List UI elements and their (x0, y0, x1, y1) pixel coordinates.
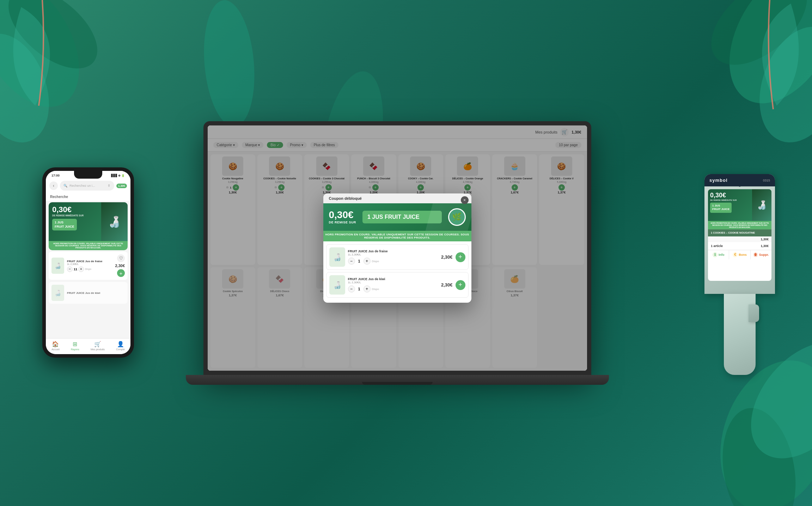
coupon-product-name: 1 JUS FRUIT JUICE (362, 211, 441, 223)
phone-increase-qty[interactable]: + (78, 266, 84, 272)
decrease-qty-btn[interactable]: − (348, 285, 355, 292)
phone-coupon-promo-text: HORS PROMOTION EN COURS. VALABLE UNIQUEM… (49, 241, 128, 250)
scanner-coupon-product-image: 🍶 (752, 189, 771, 221)
phone-coupon-product-image: 🍶 (101, 202, 128, 241)
scanner-brand: symbol (709, 178, 728, 183)
phone-search-bar[interactable]: 🔍 Recherchez un i... 🎙 (60, 181, 114, 191)
scanner-screen: 0,30€ DE REMISE IMMÉDIATE SUR 1 JUSFRUIT… (708, 189, 771, 281)
coupon-product-image: 🍶 (329, 275, 345, 295)
increase-qty-btn[interactable]: + (364, 258, 371, 265)
scanner-product-price: 1,30€ (708, 236, 771, 242)
scanner-bottom-buttons: ℹ Info € Bons 🗑 Suppr. (708, 250, 771, 259)
phone-back-button[interactable]: ‹ (49, 181, 58, 190)
coupon-product-name: FRUIT JUICE Jus de kiwi (348, 277, 438, 281)
scanner-info-label: Info (719, 253, 725, 257)
coupon-product-actions: − 1 + Dispo (348, 285, 438, 292)
phone-nav-products[interactable]: 🛒 Mes produits (91, 341, 105, 351)
phone-nav-accueil[interactable]: 🏠 Accueil (51, 341, 60, 351)
phone-product-image: 🍶 (51, 258, 64, 274)
phone-nav-label: Accueil (51, 348, 60, 351)
phone-notch (74, 171, 102, 179)
coupon-modal: × Coupon débloqué 0,30€ DE REMISE SUR 1 … (323, 193, 471, 303)
coupon-product-price: 2,30€ (441, 282, 453, 288)
coupon-promo-text: HORS PROMOTION EN COURS. VALABLE UNIQUEM… (323, 231, 471, 241)
phone-dispo: Dispo (85, 268, 91, 270)
phone-product-list: 🍶 FRUIT JUICE Jus de fraise 1L 2,30€/L −… (46, 250, 130, 338)
phone-coupon-banner: 0,30€ DE REMISE IMMÉDIATE SUR 1 JUSFRUIT… (49, 202, 128, 250)
coupon-product-image: 🍶 (329, 247, 345, 267)
coupon-products-list: 🍶 FRUIT JUICE Jus de fraise 1L 2,30€/L −… (323, 241, 471, 303)
phone-time: 17:00 (51, 174, 60, 177)
product-availability: Dispo (372, 260, 379, 263)
phone-favorite-btn[interactable]: ♡ (117, 254, 125, 262)
modal-title: Coupon débloqué (323, 193, 471, 203)
phone-cart-badge: 1,30€ (116, 184, 127, 188)
phone-product-actions: − 11 + Dispo (67, 266, 112, 272)
scanner-coupon-de-remise: DE REMISE IMMÉDIATE SUR (710, 199, 750, 201)
microphone-icon: 🎙 (108, 184, 111, 187)
scanner-coupon-product-tag: 1 JUSFRUIT JUICE (710, 203, 732, 213)
phone-product-right: ♡ 2,30€ + (115, 254, 125, 277)
coupon-banner: 0,30€ DE REMISE SUR 1 JUS FRUIT JUICE 🌿 (323, 203, 471, 231)
coupon-product-icon: 🌿 (448, 208, 466, 226)
increase-qty-btn[interactable]: + (364, 285, 371, 292)
phone-coupon-price: 0,30€ (52, 206, 98, 214)
product-qty: 1 (356, 259, 362, 263)
phone-qty-val: 11 (74, 267, 77, 271)
scanner-coupon-left: 0,30€ DE REMISE IMMÉDIATE SUR 1 JUSFRUIT… (708, 189, 752, 216)
modal-overlay: × Coupon débloqué 0,30€ DE REMISE SUR 1 … (208, 125, 587, 371)
phone-bottom-nav: 🏠 Accueil ⊞ Rayons 🛒 Mes produits 👤 Comp… (46, 338, 130, 354)
add-to-cart-btn[interactable]: + (456, 252, 465, 262)
account-icon: 👤 (117, 341, 124, 347)
phone-coupon-de-remise: DE REMISE IMMÉDIATE SUR (52, 214, 98, 217)
phone-nav-rayons[interactable]: ⊞ Rayons (71, 341, 79, 351)
phone-cart-indicator[interactable]: 1,30€ (116, 184, 127, 188)
decrease-qty-btn[interactable]: − (348, 258, 355, 265)
delete-icon: 🗑 (753, 252, 758, 257)
phone-section-title: Recherche (46, 193, 130, 201)
scanner-summary-row: 1 article 1,30€ (711, 244, 769, 248)
scanner-info-button[interactable]: ℹ Info (708, 250, 729, 259)
phone-product-price: 2,30€ (115, 264, 125, 268)
phone-nav-label: Compte (116, 348, 125, 351)
coupon-price-label: DE REMISE SUR (329, 221, 356, 224)
phone-product-image: 🍶 (51, 285, 64, 301)
phone-nav-compte[interactable]: 👤 Compte (116, 341, 125, 351)
scanner-model: 0315 (763, 179, 770, 182)
scanner-coupon-price: 0,30€ (710, 192, 750, 198)
add-to-cart-btn[interactable]: + (456, 280, 465, 290)
phone-add-to-cart-btn[interactable]: + (117, 269, 125, 277)
coupon-product-row: 🍶 FRUIT JUICE Jus de fraise 1L 2,30€/L −… (326, 244, 469, 270)
coupon-product-name: FRUIT JUICE Jus de fraise (348, 249, 438, 253)
phone-product-name: FRUIT JUICE Jus de kiwi (67, 291, 125, 295)
coupon-price: 0,30€ (329, 210, 356, 220)
scanner-article-count: 1 article (711, 244, 723, 248)
coupon-product-info: FRUIT JUICE Jus de fraise 1L 2,30€/L − 1… (348, 249, 438, 265)
scanner-trigger[interactable] (749, 304, 759, 322)
scanner-total: 1,30€ (761, 244, 769, 248)
phone-product-item: 🍶 FRUIT JUICE Jus de fraise 1L 2,30€/L −… (49, 252, 128, 280)
phone-coupon-left: 0,30€ DE REMISE IMMÉDIATE SUR 1 JUSFRUIT… (49, 202, 101, 241)
phone-decrease-qty[interactable]: − (67, 266, 73, 272)
product-availability: Dispo (372, 288, 379, 291)
product-qty: 1 (356, 287, 362, 291)
scanner-coupon-banner: 0,30€ DE REMISE IMMÉDIATE SUR 1 JUSFRUIT… (708, 189, 771, 221)
laptop-device: Mes produits 🛒 1,30€ Catégorie ▾ Marque … (203, 121, 609, 385)
info-icon: ℹ (713, 252, 718, 257)
scanner-promo-text: HORS PROMOTION EN COURS. VALABLE UNIQUEM… (708, 221, 771, 229)
scanner-suppr-label: Suppr. (759, 253, 769, 257)
coupon-product-sub: 1L 2,30€/L (348, 253, 438, 256)
phone-coupon-product-tag: 1 JUSFRUIT JUICE (52, 219, 77, 230)
phone-search-placeholder: Recherchez un i... (69, 184, 95, 187)
phone-header: ‹ 🔍 Recherchez un i... 🎙 1,30€ (46, 179, 130, 193)
phone-body: 17:00 ▊▊▊ ⊕ 🔋 ‹ 🔍 Recherchez un i... 🎙 1… (42, 167, 134, 358)
laptop-screen: Mes produits 🛒 1,30€ Catégorie ▾ Marque … (208, 125, 587, 371)
phone-signal-icons: ▊▊▊ ⊕ 🔋 (111, 174, 125, 177)
coupon-product-actions: − 1 + Dispo (348, 258, 438, 265)
coupon-product-info: FRUIT JUICE Jus de kiwi 1L 2,30€/L − 1 +… (348, 277, 438, 292)
scanner-suppr-button[interactable]: 🗑 Suppr. (751, 250, 771, 259)
scanner-bons-button[interactable]: € Bons (729, 250, 750, 259)
modal-close-button[interactable]: × (461, 196, 469, 204)
bons-icon: € (733, 252, 738, 257)
coupon-price-block: 0,30€ DE REMISE SUR (329, 210, 356, 224)
